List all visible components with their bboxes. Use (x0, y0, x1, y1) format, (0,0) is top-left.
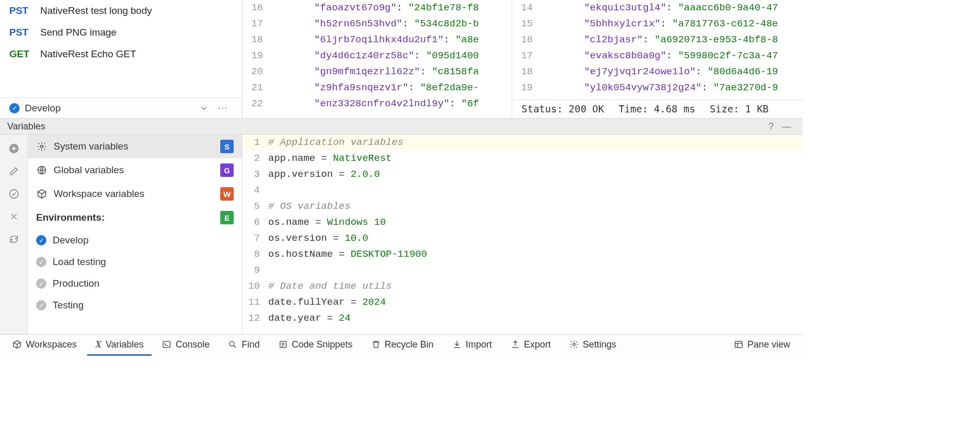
bottom-toolbar: Workspaces X Variables Console Find Code… (0, 334, 803, 356)
check-icon: ✓ (9, 103, 20, 113)
code-content: "ekquic3utgl4": "aaacc6b0-9a40-47 "5bhhx… (537, 0, 778, 96)
environment-name: Develop (25, 103, 61, 114)
line-gutter: 14 15 16 17 18 19 (512, 0, 537, 96)
scope-badge: W (220, 187, 234, 201)
tab-label: Workspaces (26, 339, 77, 350)
env-name: Testing (53, 300, 84, 311)
env-item-testing[interactable]: ✓ Testing (28, 294, 242, 316)
tab-workspaces[interactable]: Workspaces (4, 335, 85, 356)
scope-badge: G (220, 163, 234, 177)
tab-import[interactable]: Import (444, 335, 500, 356)
time-text: Time: 4.68 ms (618, 101, 695, 117)
method-badge: PST (9, 5, 33, 16)
line-gutter: 1 2 3 4 5 6 7 8 9 10 11 12 (242, 135, 264, 326)
cube-icon (12, 340, 22, 349)
request-item[interactable]: GET NativeRest Echo GET (0, 43, 242, 65)
check-icon: ✓ (36, 278, 46, 289)
close-icon[interactable] (8, 211, 20, 222)
request-list: PST NativeRest test long body PST Send P… (0, 0, 242, 97)
env-item-develop[interactable]: ✓ Develop (28, 229, 242, 251)
trash-icon (371, 340, 381, 349)
system-variables-item[interactable]: System variables S (28, 135, 242, 158)
status-text: Status: 200 OK (521, 101, 604, 117)
chevron-down-icon[interactable] (199, 104, 208, 113)
search-icon (228, 340, 237, 349)
request-item[interactable]: PST NativeRest test long body (0, 0, 242, 22)
method-badge: GET (9, 48, 33, 60)
tab-variables[interactable]: X Variables (87, 335, 152, 356)
check-icon[interactable] (8, 188, 20, 200)
line-gutter: 16 17 18 19 20 21 22 (242, 0, 267, 112)
env-name: Production (53, 278, 100, 289)
tab-label: Find (241, 339, 259, 350)
tab-settings[interactable]: Settings (561, 335, 625, 356)
svg-point-14 (573, 343, 575, 346)
globe-icon (36, 165, 47, 175)
request-name: NativeRest test long body (40, 5, 152, 16)
cube-icon (36, 189, 47, 199)
gear-icon (36, 141, 47, 152)
variables-panel-header: Variables ? — (0, 118, 803, 135)
size-text: Size: 1 KB (710, 101, 769, 117)
tab-label: Export (524, 339, 551, 350)
env-name: Develop (53, 235, 89, 246)
check-icon: ✓ (36, 257, 46, 267)
environment-selector[interactable]: ✓ Develop ⋯ (0, 97, 242, 118)
tab-label: Recycle Bin (385, 339, 434, 350)
gear-icon (569, 340, 579, 349)
tab-code-snippets[interactable]: Code Snippets (270, 335, 361, 356)
tab-recycle-bin[interactable]: Recycle Bin (363, 335, 442, 356)
tab-label: Pane view (747, 339, 790, 350)
variables-toolbar (0, 135, 28, 334)
tab-export[interactable]: Export (502, 335, 559, 356)
request-sidebar: PST NativeRest test long body PST Send P… (0, 0, 242, 118)
minimize-icon[interactable]: — (778, 121, 795, 132)
response-body-viewer[interactable]: 14 15 16 17 18 19 "ekquic3utgl4": "aaacc… (512, 0, 803, 118)
console-icon (162, 340, 171, 349)
tab-label: Console (175, 339, 209, 350)
panel-title: Variables (7, 121, 45, 132)
more-icon[interactable]: ⋯ (214, 102, 233, 114)
import-icon (452, 340, 462, 349)
svg-rect-6 (164, 341, 171, 348)
refresh-icon[interactable] (8, 234, 20, 245)
help-icon[interactable]: ? (764, 121, 778, 132)
check-icon: ✓ (36, 235, 46, 245)
variables-tree: System variables S Global variables G Wo… (28, 135, 242, 334)
env-name: Load testing (53, 256, 106, 268)
snippets-icon (279, 340, 288, 349)
check-icon: ✓ (36, 300, 46, 310)
request-body-editor[interactable]: 16 17 18 19 20 21 22 "faoazvt67o9g": "24… (242, 0, 512, 118)
tree-item-label: Global variables (54, 164, 124, 176)
tab-find[interactable]: Find (220, 335, 268, 356)
global-variables-item[interactable]: Global variables G (28, 158, 242, 182)
code-content: # Application variables app.name = Nativ… (268, 135, 427, 326)
env-item-production[interactable]: ✓ Production (28, 273, 242, 294)
tab-label: Variables (106, 339, 144, 350)
svg-rect-15 (735, 341, 742, 348)
export-icon (511, 340, 520, 349)
svg-point-4 (41, 145, 43, 148)
edit-icon[interactable] (8, 166, 20, 177)
request-item[interactable]: PST Send PNG image (0, 22, 242, 43)
scope-badge: E (220, 211, 234, 224)
variables-editor[interactable]: 1 2 3 4 5 6 7 8 9 10 11 12 # Application… (242, 135, 803, 334)
tab-console[interactable]: Console (154, 335, 218, 356)
tab-pane-view[interactable]: Pane view (726, 335, 798, 356)
svg-line-9 (234, 345, 236, 348)
code-content: "faoazvt67o9g": "24bf1e78-f8 "h52rn65n53… (267, 0, 479, 112)
tab-label: Settings (583, 339, 616, 350)
env-item-load-testing[interactable]: ✓ Load testing (28, 251, 242, 273)
tree-item-label: Workspace variables (54, 188, 144, 200)
tab-label: Code Snippets (292, 339, 353, 350)
editor-panes: 16 17 18 19 20 21 22 "faoazvt67o9g": "24… (242, 0, 803, 118)
method-badge: PST (9, 27, 33, 38)
scope-badge: S (220, 140, 234, 153)
add-icon[interactable] (8, 143, 20, 154)
response-status-bar: Status: 200 OK Time: 4.68 ms Size: 1 KB (512, 100, 803, 118)
tree-item-label: System variables (54, 141, 128, 152)
workspace-variables-item[interactable]: Workspace variables W (28, 182, 242, 206)
request-name: NativeRest Echo GET (40, 48, 136, 60)
variable-icon: X (95, 339, 102, 350)
tab-label: Import (466, 339, 492, 350)
